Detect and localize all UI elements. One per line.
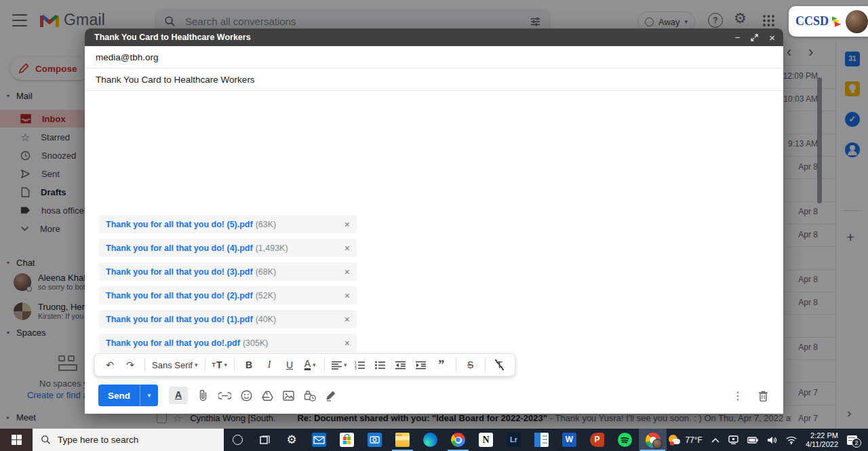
action-center-icon[interactable]: 2 — [847, 435, 857, 445]
clock-time: 2:22 PM — [806, 431, 838, 440]
taskbar-app-lightroom[interactable]: Lr — [500, 429, 528, 451]
minimize-icon[interactable]: − — [735, 33, 741, 42]
strikethrough-icon[interactable]: S — [461, 357, 480, 373]
settings-gear-icon[interactable]: ⚙ — [278, 429, 305, 451]
ccsd-flag-icon — [831, 16, 842, 28]
file-explorer-icon — [395, 433, 410, 447]
taskbar-app-powerpoint[interactable]: P — [583, 429, 611, 451]
clock-date: 4/11/2022 — [806, 440, 838, 449]
formatting-toolbar: ↶ ↷ Sans Serif▾ TT▾ B I U A▾ ▾ 123 — [94, 353, 515, 376]
attachment-chip[interactable]: Thank you for all that you do! (5).pdf(6… — [99, 215, 357, 233]
insert-photo-icon[interactable] — [283, 391, 294, 401]
font-size-select[interactable]: TT▾ — [210, 357, 230, 373]
quote-icon[interactable]: ” — [432, 357, 451, 373]
task-view-button[interactable] — [251, 429, 278, 451]
remove-attachment-icon[interactable]: × — [344, 314, 350, 325]
redo-icon[interactable]: ↷ — [121, 357, 140, 373]
undo-icon[interactable]: ↶ — [100, 357, 119, 373]
attachment-chip[interactable]: Thank you for all that you do! (3).pdf(6… — [99, 262, 357, 281]
popout-icon[interactable] — [751, 34, 758, 41]
recipients-field[interactable]: media@tbh.org — [85, 46, 783, 68]
remove-attachment-icon[interactable]: × — [344, 243, 350, 254]
battery-icon[interactable] — [747, 437, 758, 444]
compose-titlebar[interactable]: Thank You Card to Healthcare Workers − × — [85, 28, 783, 46]
send-button-group: Send ▾ — [98, 385, 158, 406]
attachment-chip[interactable]: Thank you for all that you do! (4).pdf(1… — [99, 239, 357, 257]
taskbar-app-word[interactable]: W — [555, 429, 583, 451]
search-icon — [41, 435, 51, 445]
send-button[interactable]: Send — [98, 391, 140, 401]
close-icon[interactable]: × — [769, 33, 775, 43]
clear-formatting-icon[interactable]: T — [490, 357, 509, 373]
italic-icon[interactable]: I — [260, 357, 279, 373]
send-options-icon[interactable]: ▾ — [140, 385, 158, 406]
taskbar-search-input[interactable]: Type here to search — [33, 429, 224, 451]
compose-title: Thank You Card to Healthcare Workers — [94, 33, 724, 42]
windows-taskbar: Type here to search ⚙ — [0, 429, 868, 451]
discard-draft-icon[interactable] — [758, 390, 768, 401]
taskbar-app-spotify[interactable] — [611, 429, 639, 451]
microsoft-store-icon — [340, 433, 354, 447]
wifi-icon[interactable] — [786, 436, 797, 444]
indent-more-icon[interactable] — [412, 357, 431, 373]
attachment-chip[interactable]: Thank you for all that you do! (1).pdf(4… — [99, 310, 357, 328]
taskbar-search-placeholder: Type here to search — [58, 435, 138, 445]
font-family-select[interactable]: Sans Serif▾ — [150, 357, 200, 373]
taskbar-app-mail[interactable] — [305, 429, 333, 451]
text-color-icon[interactable]: A▾ — [300, 357, 319, 373]
remove-attachment-icon[interactable]: × — [344, 267, 350, 277]
ccsd-logo-text: CCSD — [795, 14, 829, 28]
numbered-list-icon[interactable]: 123 — [351, 357, 370, 373]
lightroom-icon: Lr — [507, 433, 521, 447]
notification-badge: 2 — [852, 438, 861, 448]
taskbar-app-notion[interactable]: N — [472, 429, 500, 451]
remove-attachment-icon[interactable]: × — [344, 219, 350, 230]
more-options-icon[interactable]: ⋮ — [732, 389, 743, 402]
teams-tray-icon[interactable] — [728, 435, 738, 444]
system-tray: 77°F 2:22 PM 4/11/2022 2 — [669, 431, 868, 448]
remove-attachment-icon[interactable]: × — [344, 338, 350, 349]
confidential-mode-icon[interactable] — [304, 390, 316, 401]
cortana-button[interactable] — [224, 429, 251, 451]
spotify-icon — [618, 433, 632, 447]
signature-pen-icon[interactable] — [326, 390, 336, 401]
attach-file-icon[interactable] — [197, 389, 209, 401]
taskbar-app-file-explorer[interactable] — [389, 429, 416, 451]
weather-icon — [669, 435, 681, 446]
taskbar-app-store[interactable] — [333, 429, 361, 451]
compose-actions: Send ▾ A — [98, 385, 336, 406]
taskbar-app-edge[interactable] — [416, 429, 444, 451]
temperature: 77°F — [685, 435, 702, 445]
mail-app-icon — [312, 433, 326, 447]
word-icon: W — [562, 433, 576, 447]
svg-text:3: 3 — [355, 366, 357, 370]
attachment-chip[interactable]: Thank you for all that you do! (2).pdf(5… — [99, 286, 357, 305]
align-icon[interactable]: ▾ — [330, 357, 349, 373]
tray-expand-icon[interactable] — [711, 437, 719, 443]
bulleted-list-icon[interactable] — [371, 357, 390, 373]
compose-window: Thank You Card to Healthcare Workers − ×… — [85, 28, 783, 414]
attachment-chip[interactable]: Thank you for all that you do!.pdf(305K)… — [99, 334, 357, 352]
taskbar-app-photos[interactable] — [361, 429, 389, 451]
start-button[interactable] — [0, 429, 33, 451]
account-profile-chip[interactable]: CCSD — [789, 6, 868, 37]
taskbar-app-chrome-profile[interactable] — [639, 429, 667, 451]
insert-link-icon[interactable] — [218, 392, 231, 399]
taskbar-clock[interactable]: 2:22 PM 4/11/2022 — [806, 431, 838, 448]
screen: Gmail Search all conversations Away ▾ ? … — [0, 0, 868, 451]
underline-icon[interactable]: U — [280, 357, 299, 373]
office-app-icon — [534, 433, 549, 447]
weather-widget[interactable]: 77°F — [669, 435, 702, 446]
subject-field[interactable]: Thank You Card to Healthcare Workers — [85, 68, 783, 91]
notion-icon: N — [479, 433, 493, 447]
insert-emoji-icon[interactable] — [241, 390, 252, 401]
volume-icon[interactable] — [767, 436, 777, 444]
remove-attachment-icon[interactable]: × — [344, 290, 350, 301]
taskbar-app-office[interactable] — [528, 429, 555, 451]
bold-icon[interactable]: B — [239, 357, 258, 373]
indent-less-icon[interactable] — [391, 357, 410, 373]
drive-icon[interactable] — [262, 391, 273, 401]
avatar[interactable] — [846, 10, 868, 33]
formatting-toggle-icon[interactable]: A — [169, 387, 188, 404]
taskbar-app-chrome[interactable] — [444, 429, 472, 451]
